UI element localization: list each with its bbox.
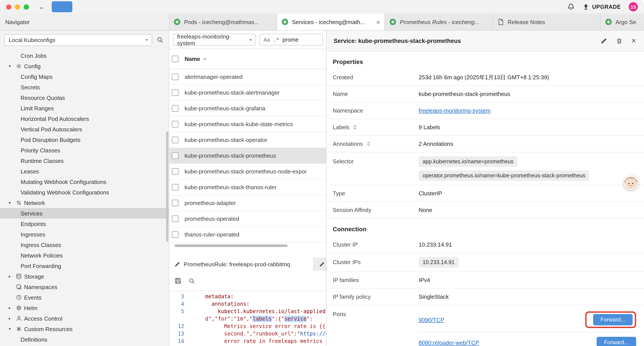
sidebar-item-pod-disruption-budgets[interactable]: Pod Disruption Budgets xyxy=(0,134,169,145)
notifications-bell-icon[interactable] xyxy=(567,3,574,10)
window-close-button[interactable] xyxy=(6,4,12,9)
row-checkbox[interactable] xyxy=(172,168,178,175)
service-row-alertmanager-operated[interactable]: alertmanager-operated xyxy=(169,69,326,85)
chevron-right-icon[interactable]: ▸ xyxy=(9,306,16,310)
editor-line[interactable]: 4 annotations: xyxy=(169,301,326,308)
sidebar-item-namespaces[interactable]: Namespaces xyxy=(0,282,169,292)
delete-trash-icon[interactable] xyxy=(616,37,623,44)
sidebar-item-port-forwarding[interactable]: Port Forwarding xyxy=(0,261,169,271)
tab-release-notes[interactable]: Release Notes xyxy=(493,13,600,30)
sidebar-item-vertical-pod-autoscalers[interactable]: Vertical Pod Autoscalers xyxy=(0,124,169,134)
service-row-kube-prometheus-stack-prometheus[interactable]: kube-prometheus-stack-prometheus xyxy=(169,148,326,164)
sidebar-item-validating-webhook-configurations[interactable]: Validating Webhook Configurations xyxy=(0,187,169,198)
service-row-prometheus-adapter[interactable]: prometheus-adapter xyxy=(169,195,326,211)
yaml-editor[interactable]: 3metadata:4 annotations:5 kubectl.kubern… xyxy=(169,291,326,346)
kubeconfig-selector[interactable]: Local Kubeconfigs ▾ xyxy=(4,34,152,46)
sidebar-search-icon[interactable] xyxy=(156,36,164,43)
service-row-thanos-ruler-operated[interactable]: thanos-ruler-operated xyxy=(169,227,326,243)
sidebar-item-helm[interactable]: ▸Helm xyxy=(0,303,169,313)
sidebar-item-network-policies[interactable]: Network Policies xyxy=(0,250,169,261)
save-icon[interactable] xyxy=(174,277,182,284)
sidebar-item-access-control[interactable]: ▸Access Control xyxy=(0,313,169,324)
service-row-prometheus-operated[interactable]: prometheus-operated xyxy=(169,211,326,227)
forward-button[interactable]: Forward... xyxy=(593,314,632,326)
service-row-kube-prometheus-stack-alertmanager[interactable]: kube-prometheus-stack-alertmanager xyxy=(169,85,326,101)
sidebar-item-definitions[interactable]: Definitions xyxy=(0,334,169,345)
back-button[interactable]: ← xyxy=(38,3,46,10)
sort-ascending-icon[interactable] xyxy=(202,56,208,61)
tab-argo-se[interactable]: Argo Se xyxy=(600,13,644,30)
window-minimize-button[interactable] xyxy=(15,4,20,9)
horizontal-scrollbar[interactable] xyxy=(169,244,326,248)
sidebar-item-config[interactable]: ▾Config xyxy=(0,61,169,71)
editor-line[interactable]: 14 error rate in freeleaps metrics ser xyxy=(169,338,326,345)
row-checkbox[interactable] xyxy=(172,121,178,127)
upgrade-button[interactable]: UPGRADE xyxy=(582,3,621,10)
match-case-toggle[interactable]: Aa xyxy=(264,36,270,43)
search-input[interactable]: Aa .* prome xyxy=(260,34,323,45)
row-checkbox[interactable] xyxy=(172,216,178,222)
dock-tab[interactable] xyxy=(314,258,326,271)
sidebar-scrollbar[interactable] xyxy=(166,131,168,242)
port-link[interactable]: 9090/TCP xyxy=(419,317,444,323)
sidebar-item-mutating-webhook-configurations[interactable]: Mutating Webhook Configurations xyxy=(0,177,169,187)
sidebar-item-runtime-classes[interactable]: Runtime Classes xyxy=(0,155,169,166)
sidebar-item-limit-ranges[interactable]: Limit Ranges xyxy=(0,103,169,113)
chevron-down-icon[interactable]: ▾ xyxy=(9,201,16,205)
sidebar-item-priority-classes[interactable]: Priority Classes xyxy=(0,145,169,155)
service-row-kube-prometheus-stack-kube-state-metrics[interactable]: kube-prometheus-stack-kube-state-metrics xyxy=(169,116,326,132)
row-checkbox[interactable] xyxy=(172,105,178,112)
row-checkbox[interactable] xyxy=(172,231,178,238)
port-link[interactable]: 8080:reloader-web/TCP xyxy=(419,339,479,346)
service-row-kube-prometheus-stack-operator[interactable]: kube-prometheus-stack-operator xyxy=(169,132,326,148)
forward-button-nav[interactable]: → xyxy=(52,1,72,12)
tab-close-icon[interactable]: × xyxy=(376,19,380,25)
row-checkbox[interactable] xyxy=(172,200,178,206)
sidebar-item-leases[interactable]: Leases xyxy=(0,166,169,177)
sidebar-item-ingress-classes[interactable]: Ingress Classes xyxy=(0,240,169,250)
row-checkbox[interactable] xyxy=(172,152,178,159)
editor-line[interactable]: 12 Metrics service error rate is {{ $va xyxy=(169,323,326,330)
edit-pencil-icon[interactable] xyxy=(601,37,608,44)
sidebar-item-resource-quotas[interactable]: Resource Quotas xyxy=(0,92,169,103)
sidebar-item-endpoints[interactable]: Endpoints xyxy=(0,219,169,229)
sidebar-item-custom-resources[interactable]: ▾Custom Resources xyxy=(0,324,169,334)
chevron-down-icon[interactable]: ▾ xyxy=(9,64,16,68)
editor-line[interactable]: d","for":"1m","labels":{"service": xyxy=(169,315,326,323)
tab-pods-icecheng-mathmas[interactable]: Pods - icecheng@mathmas... xyxy=(169,13,277,30)
column-header-name[interactable]: Name xyxy=(184,56,200,62)
sidebar-item-cron-jobs[interactable]: Cron Jobs xyxy=(0,50,169,61)
tab-services-icecheng-math[interactable]: Services - icecheng@math...× xyxy=(277,13,385,30)
editor-line[interactable]: 13 second.","runbook_url":"https://net xyxy=(169,330,326,338)
chevron-down-icon[interactable]: ▾ xyxy=(9,327,16,331)
service-row-kube-prometheus-stack-prometheus-node-expor[interactable]: kube-prometheus-stack-prometheus-node-ex… xyxy=(169,164,326,180)
dock-tab-prometheusrule-freeleaps-prod-rabbitmq[interactable]: PrometheusRule: freeleaps-prod-rabbitmq xyxy=(169,258,314,271)
chevron-right-icon[interactable]: ▸ xyxy=(9,274,16,279)
sidebar-item-network[interactable]: ▾Network xyxy=(0,198,169,208)
editor-search-icon[interactable] xyxy=(188,278,195,284)
sidebar-item-services[interactable]: Services xyxy=(0,208,169,219)
row-checkbox[interactable] xyxy=(172,74,178,80)
sidebar-item-events[interactable]: Events xyxy=(0,292,169,303)
service-row-kube-prometheus-stack-grafana[interactable]: kube-prometheus-stack-grafana xyxy=(169,101,326,116)
tab-prometheus-rules-icecheng[interactable]: Prometheus Rules - icecheng... xyxy=(385,13,493,30)
row-checkbox[interactable] xyxy=(172,137,178,143)
sidebar-item-config-maps[interactable]: Config Maps xyxy=(0,71,169,82)
sidebar-item-storage[interactable]: ▸Storage xyxy=(0,271,169,282)
editor-line[interactable]: 3metadata: xyxy=(169,293,326,301)
chevron-right-icon[interactable]: ▸ xyxy=(9,316,16,321)
sidebar-item-ingresses[interactable]: Ingresses xyxy=(0,229,169,240)
expander-icon[interactable] xyxy=(366,141,371,147)
service-row-kube-prometheus-stack-thanos-ruler[interactable]: kube-prometheus-stack-thanos-ruler xyxy=(169,180,326,195)
expander-icon[interactable] xyxy=(352,124,358,130)
select-all-checkbox[interactable] xyxy=(172,56,178,62)
close-icon[interactable]: × xyxy=(632,37,636,45)
editor-line[interactable]: 5 kubectl.kubernetes.io/last-applied-co xyxy=(169,308,326,315)
row-checkbox[interactable] xyxy=(172,89,178,96)
sidebar-item-horizontal-pod-autoscalers[interactable]: Horizontal Pod Autoscalers xyxy=(0,113,169,124)
namespace-link[interactable]: freeleaps-monitoring-system xyxy=(419,107,490,114)
sidebar-item-secrets[interactable]: Secrets xyxy=(0,82,169,92)
window-zoom-button[interactable] xyxy=(24,4,29,9)
regex-toggle[interactable]: .* xyxy=(273,36,279,43)
forward-button[interactable]: Forward... xyxy=(596,337,636,346)
